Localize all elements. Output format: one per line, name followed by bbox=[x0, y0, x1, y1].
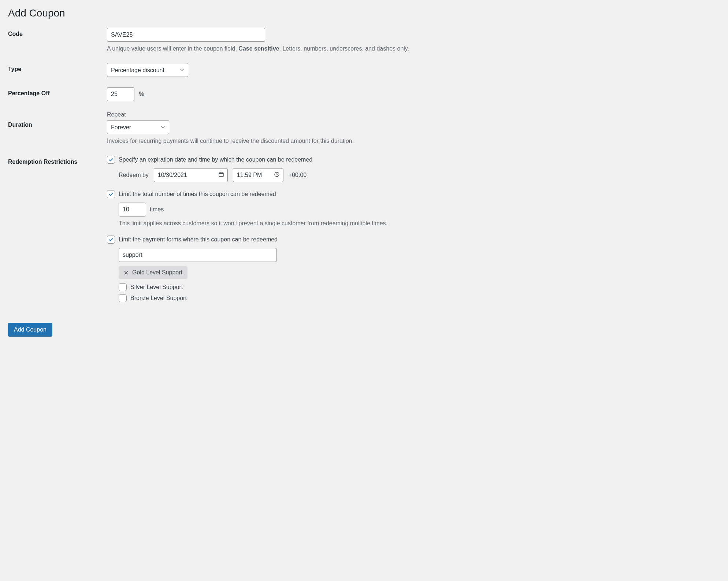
limit-total-input[interactable] bbox=[119, 203, 146, 217]
limit-total-check-label[interactable]: Limit the total number of times this cou… bbox=[119, 191, 276, 197]
close-icon[interactable] bbox=[124, 270, 129, 275]
code-input[interactable] bbox=[107, 28, 265, 42]
expiration-check-label[interactable]: Specify an expiration date and time by w… bbox=[119, 156, 312, 163]
form-option-checkbox[interactable] bbox=[119, 283, 127, 291]
selected-form-chip-label: Gold Level Support bbox=[132, 269, 182, 276]
restrictions-label: Redemption Restrictions bbox=[8, 156, 107, 165]
selected-form-chip: Gold Level Support bbox=[119, 266, 187, 279]
percentage-suffix: % bbox=[139, 91, 144, 97]
code-help-strong: Case sensitive bbox=[238, 45, 279, 52]
form-option-checkbox[interactable] bbox=[119, 294, 127, 302]
limit-total-help: This limit applies across customers so i… bbox=[119, 219, 720, 227]
form-option-label[interactable]: Silver Level Support bbox=[130, 284, 183, 290]
type-select[interactable]: Percentage discount bbox=[107, 63, 188, 77]
redeem-time-input[interactable] bbox=[233, 168, 283, 182]
duration-select[interactable]: Forever bbox=[107, 120, 169, 134]
limit-total-suffix: times bbox=[150, 206, 164, 213]
code-label: Code bbox=[8, 28, 107, 37]
limit-forms-check-label[interactable]: Limit the payment forms where this coupo… bbox=[119, 236, 278, 243]
limit-total-checkbox[interactable] bbox=[107, 190, 115, 198]
timezone-text: +00:00 bbox=[289, 172, 307, 178]
duration-sublabel: Repeat bbox=[107, 111, 720, 118]
percentage-label: Percentage Off bbox=[8, 87, 107, 97]
code-help-pre: A unique value users will enter in the c… bbox=[107, 45, 238, 52]
redeem-by-label: Redeem by bbox=[119, 172, 149, 178]
page-title: Add Coupon bbox=[8, 7, 720, 19]
code-help: A unique value users will enter in the c… bbox=[107, 45, 720, 53]
limit-forms-checkbox[interactable] bbox=[107, 236, 115, 244]
type-label: Type bbox=[8, 63, 107, 73]
forms-filter-input[interactable] bbox=[119, 248, 277, 262]
redeem-date-input[interactable] bbox=[154, 168, 228, 182]
form-option-label[interactable]: Bronze Level Support bbox=[130, 295, 187, 301]
form-option: Silver Level Support bbox=[119, 283, 720, 291]
form-option: Bronze Level Support bbox=[119, 294, 720, 302]
expiration-checkbox[interactable] bbox=[107, 156, 115, 164]
percentage-input[interactable] bbox=[107, 87, 134, 101]
code-help-post: . Letters, numbers, underscores, and das… bbox=[279, 45, 409, 52]
duration-help: Invoices for recurring payments will con… bbox=[107, 137, 720, 145]
add-coupon-button[interactable]: Add Coupon bbox=[8, 323, 52, 337]
duration-label: Duration bbox=[8, 111, 107, 128]
